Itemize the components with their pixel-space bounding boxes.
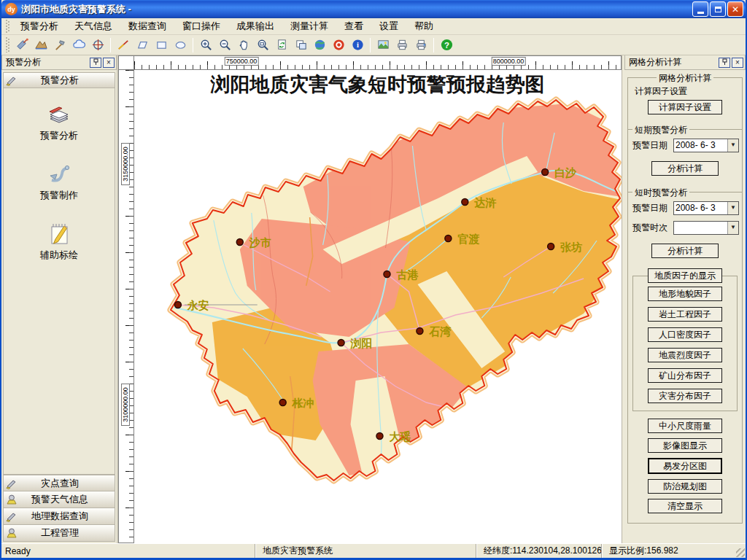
menu-settings[interactable]: 设置 — [371, 18, 406, 35]
rectangle-icon — [155, 38, 169, 52]
toolbar-help-button[interactable]: ? — [438, 36, 455, 54]
prevention-plan-button[interactable]: 防治规划图 — [648, 479, 722, 494]
close-icon: × — [735, 58, 740, 66]
menu-measure-calc[interactable]: 测量计算 — [282, 18, 336, 35]
nowcast-date-combobox[interactable]: 2008- 6- 3 ▼ — [673, 201, 739, 215]
geo-factor-display-group: 地质因子的显示 地形地貌因子 岩土工程因子 人口密度因子 地震烈度因子 矿山分布… — [632, 276, 738, 411]
geotech-factor-button[interactable]: 岩土工程因子 — [648, 307, 722, 322]
grid-analysis-group: 网格分析计算 计算因子设置 计算因子设置 短期预警分析 预警日期 2008- 6… — [627, 77, 743, 524]
toolbar-grip[interactable] — [6, 37, 9, 53]
mine-factor-button[interactable]: 矿山分布因子 — [648, 368, 722, 383]
menu-result-output[interactable]: 成果输出 — [228, 18, 282, 35]
horizontal-ruler: 750000.00 800000.00 — [134, 55, 622, 70]
toolbar-pan-button[interactable] — [235, 36, 252, 54]
short-term-date-combobox[interactable]: 2008- 6- 3 ▼ — [673, 139, 739, 152]
restore-button[interactable] — [710, 1, 726, 17]
printer-setup-icon — [414, 38, 428, 52]
geo-factor-display-button[interactable]: 地质因子的显示 — [648, 268, 722, 283]
title-bar[interactable]: dy 浏阳市地质灾害预警系统 - ✕ — [1, 0, 746, 18]
close-button[interactable]: ✕ — [727, 1, 743, 17]
tool-warning-compose[interactable]: 预警制作 — [40, 161, 78, 202]
seismic-factor-button[interactable]: 地震烈度因子 — [648, 348, 722, 362]
toolbar-zoom-window-button[interactable] — [254, 36, 271, 54]
toolbar-zoom-in-button[interactable] — [197, 36, 214, 54]
menu-warning-analysis[interactable]: 预警分析 — [12, 18, 66, 35]
population-factor-button[interactable]: 人口密度因子 — [648, 327, 722, 342]
toolbar-print-button[interactable] — [393, 36, 411, 54]
stop-icon — [332, 38, 346, 52]
map-canvas[interactable]: 白沙 达浒 官渡 张坊 沙市 古港 永安 石湾 浏阳 枨冲 大瑶 浏阳地质灾害气… — [134, 70, 622, 543]
toolbar-rectangle-button[interactable] — [152, 36, 170, 54]
toolbar-hammer-button[interactable] — [51, 36, 69, 54]
menu-data-query[interactable]: 数据查询 — [120, 18, 174, 35]
brush-icon — [5, 478, 20, 489]
bar-disaster-point-query[interactable]: 灾点查询 — [3, 475, 115, 491]
clear-display-button[interactable]: 清空显示 — [648, 499, 722, 513]
right-panel-title: 网格分析计算 — [629, 56, 717, 69]
nowcast-time-combobox[interactable]: ▼ — [673, 221, 739, 235]
toolbar-info-button[interactable]: i — [349, 36, 366, 54]
bar-warning-weather-info[interactable]: 预警天气信息 — [3, 491, 115, 508]
nowcast-run-button[interactable]: 分析计算 — [651, 244, 719, 258]
toolbar-print-setup-button[interactable] — [412, 36, 430, 54]
toolbar-line-button[interactable] — [115, 36, 132, 54]
globe-icon — [313, 38, 327, 52]
toolbar-separator — [110, 38, 111, 52]
restore-icon — [715, 7, 721, 12]
liuyang-map: 白沙 达浒 官渡 张坊 沙市 古港 永安 石湾 浏阳 枨冲 大瑶 浏阳地质灾害气… — [134, 70, 622, 543]
terrain-icon — [34, 38, 48, 52]
menu-view[interactable]: 查看 — [336, 18, 371, 35]
minimize-button[interactable] — [692, 1, 708, 17]
menu-window-ops[interactable]: 窗口操作 — [174, 18, 228, 35]
tool-warning-analysis[interactable]: 预警分析 — [40, 101, 78, 142]
bar-geo-data-query[interactable]: 地理数据查询 — [3, 508, 115, 525]
toolbar-target-button[interactable] — [89, 36, 107, 54]
svg-text:枨冲: 枨冲 — [292, 397, 314, 409]
toolbar-polygon-button[interactable] — [133, 36, 151, 54]
hammer-icon — [53, 38, 67, 52]
tool-aux-plot[interactable]: 辅助标绘 — [40, 221, 78, 262]
toolbar-stop-button[interactable] — [330, 36, 347, 54]
status-scale: 显示比例:156.982 — [601, 544, 746, 558]
toolbar-cloud-button[interactable] — [70, 36, 88, 54]
right-panel-close-button[interactable]: × — [732, 58, 743, 68]
menu-bar: 预警分析 天气信息 数据查询 窗口操作 成果输出 测量计算 查看 设置 帮助 — [1, 18, 746, 35]
bar-label: 地理数据查询 — [21, 510, 98, 523]
menu-weather-info[interactable]: 天气信息 — [66, 18, 120, 35]
zoom-in-icon — [199, 38, 213, 52]
right-panel-header: 网格分析计算 × — [624, 55, 746, 70]
resize-grip[interactable] — [736, 548, 745, 557]
short-term-section: 短期预警分析 预警日期 2008- 6- 3 ▼ 分析计算 — [628, 129, 742, 176]
bar-project-management[interactable]: 工程管理 — [3, 525, 115, 542]
toolbar-globe-button[interactable] — [311, 36, 328, 54]
chevron-down-icon[interactable]: ▼ — [727, 202, 738, 214]
svg-text:古港: 古港 — [395, 268, 419, 281]
short-term-run-button[interactable]: 分析计算 — [651, 161, 719, 176]
terrain-factor-button[interactable]: 地形地貌因子 — [648, 287, 722, 301]
menu-grip[interactable] — [6, 20, 9, 33]
calc-factor-settings-button[interactable]: 计算因子设置 — [648, 100, 722, 114]
toolbar-image-view-button[interactable] — [374, 36, 392, 54]
toolbar-copy-view-button[interactable] — [292, 36, 309, 54]
toolbar-refresh-button[interactable] — [273, 36, 290, 54]
left-panel-close-button[interactable]: × — [103, 58, 115, 68]
toolbar-terrain-button[interactable] — [32, 36, 50, 54]
left-section-header[interactable]: 预警分析 — [3, 72, 115, 88]
toolbar: i ? — [1, 35, 746, 55]
svg-text:浏阳: 浏阳 — [350, 337, 373, 349]
imagery-display-button[interactable]: 影像图显示 — [648, 438, 722, 453]
chevron-down-icon[interactable]: ▼ — [727, 222, 738, 234]
toolbar-ellipse-button[interactable] — [171, 36, 189, 54]
meso-rainfall-button[interactable]: 中小尺度雨量 — [648, 419, 722, 433]
combobox-value: 2008- 6- 3 — [674, 139, 727, 152]
disaster-factor-button[interactable]: 灾害分布因子 — [648, 389, 722, 403]
toolbar-separator — [370, 38, 371, 52]
chevron-down-icon[interactable]: ▼ — [727, 139, 738, 152]
svg-text:官渡: 官渡 — [457, 233, 479, 245]
susceptibility-zone-button[interactable]: 易发分区图 — [648, 458, 722, 474]
menu-help[interactable]: 帮助 — [406, 18, 441, 35]
pin-button[interactable] — [719, 58, 730, 68]
toolbar-satellite-button[interactable] — [13, 36, 31, 54]
toolbar-zoom-out-button[interactable] — [216, 36, 233, 54]
pin-button[interactable] — [90, 58, 101, 68]
